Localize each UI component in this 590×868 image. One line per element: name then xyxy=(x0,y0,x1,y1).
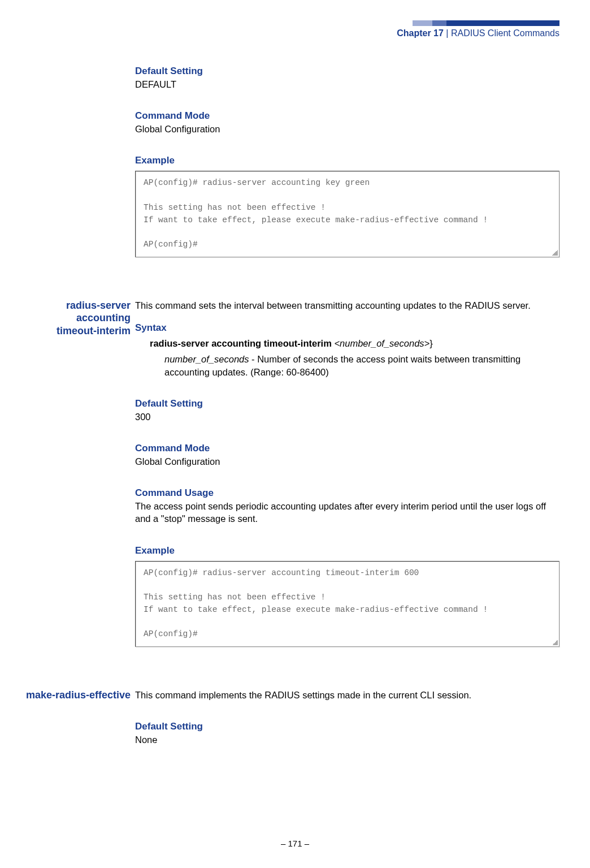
default-setting-value: 300 xyxy=(135,411,559,423)
page-header: Chapter 17 | RADIUS Client Commands xyxy=(397,20,559,38)
command-usage-value: The access point sends periodic accounti… xyxy=(135,500,559,525)
command-description: This command sets the interval between t… xyxy=(135,299,559,312)
chapter-number: Chapter 17 xyxy=(397,28,444,38)
syntax-argument: <number_of_seconds> xyxy=(334,338,430,348)
command-mode-heading: Command Mode xyxy=(135,442,559,455)
example-code-block: AP(config)# radius-server accounting tim… xyxy=(135,561,559,647)
example-heading: Example xyxy=(135,154,559,167)
header-bar-decoration xyxy=(397,20,559,26)
example-code-block: AP(config)# radius-server accounting key… xyxy=(135,171,559,257)
command-description: This command implements the RADIUS setti… xyxy=(135,689,559,701)
parameter-name: number_of_seconds xyxy=(164,354,249,364)
default-setting-value: None xyxy=(135,733,559,746)
default-setting-heading: Default Setting xyxy=(135,720,559,733)
example-heading: Example xyxy=(135,545,559,558)
syntax-tail: } xyxy=(430,338,433,348)
command-mode-value: Global Configuration xyxy=(135,123,559,135)
syntax-heading: Syntax xyxy=(135,322,559,335)
syntax-line: radius-server accounting timeout-interim… xyxy=(150,337,559,349)
command-mode-heading: Command Mode xyxy=(135,110,559,123)
header-text: Chapter 17 | RADIUS Client Commands xyxy=(397,28,559,38)
command-name-radius-server-accounting-timeout-interim: radius-server accounting timeout-interim xyxy=(16,299,135,647)
command-usage-heading: Command Usage xyxy=(135,487,559,500)
parameter-description: number_of_seconds - Number of seconds th… xyxy=(164,353,559,378)
chapter-title: RADIUS Client Commands xyxy=(451,28,559,38)
syntax-command: radius-server accounting timeout-interim xyxy=(150,338,334,348)
header-separator: | xyxy=(444,28,451,38)
default-setting-value: DEFAULT xyxy=(135,78,559,90)
command-name-make-radius-effective: make-radius-effective xyxy=(16,689,135,746)
command-mode-value: Global Configuration xyxy=(135,455,559,468)
default-setting-heading: Default Setting xyxy=(135,398,559,411)
page-number: – 171 – xyxy=(0,839,590,848)
page-content: Default Setting DEFAULT Command Mode Glo… xyxy=(16,65,559,749)
default-setting-heading: Default Setting xyxy=(135,65,559,78)
